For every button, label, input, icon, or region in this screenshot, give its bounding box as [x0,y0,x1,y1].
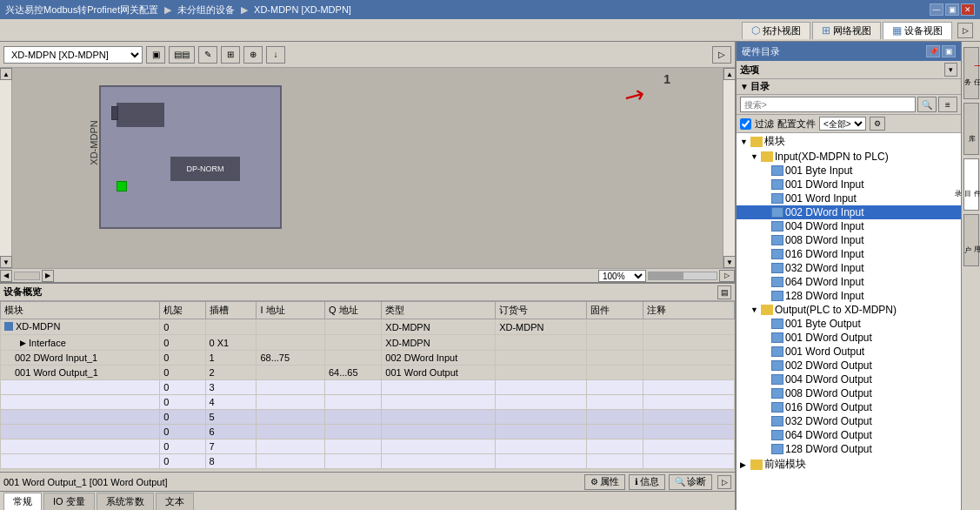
rvscroll-down[interactable]: ▼ [723,256,735,268]
side-tab-2[interactable]: 库 [963,103,979,155]
tree-modules-root[interactable]: ▼ 模块 [737,133,961,150]
side-tab-hardware[interactable]: 硬件目录 [963,158,979,211]
table-row[interactable]: 002 DWord Input_10168...75002 DWord Inpu… [1,351,735,366]
tree-output-item[interactable]: ▶001 DWord Output [737,331,961,345]
close-button[interactable]: ✕ [961,3,975,16]
tree-input-item[interactable]: ▶032 DWord Input [737,261,961,275]
catalog-pin-button[interactable]: 📌 [926,45,940,57]
search-advanced-button[interactable]: ≡ [938,97,957,112]
hscroll-right[interactable]: ▶ [42,270,54,282]
vscroll-down[interactable]: ▼ [0,256,12,268]
filter-apply-button[interactable]: ⚙ [870,117,885,131]
side-tab-4[interactable]: 用户 [963,214,979,266]
table-row[interactable]: 06 [1,425,735,440]
diagnostics-button[interactable]: 🔍 诊断 [669,474,712,490]
tree-input-item[interactable]: ▶001 Byte Input [737,164,961,178]
status-expand-button[interactable]: ▷ [717,475,731,489]
tree-output-item[interactable]: ▶128 DWord Output [737,442,961,456]
table-cell [643,380,735,395]
table-cell: 001 Word Output [382,366,496,380]
catalog-expand-button[interactable]: ▣ [942,45,956,57]
toolbar-btn-download[interactable]: ↓ [266,46,285,64]
tree-output-item[interactable]: ▶001 Byte Output [737,317,961,331]
tree-input-item[interactable]: ▶064 DWord Input [737,275,961,289]
table-row[interactable]: 04 [1,395,735,410]
tab-network[interactable]: ⊞ 网络视图 [812,22,881,39]
tab-system-constants[interactable]: 系统常数 [97,493,154,510]
table-cell [586,380,643,395]
zoom-slider[interactable] [648,272,717,280]
vscroll-up[interactable]: ▲ [0,68,12,80]
minimize-button[interactable]: — [930,3,943,16]
options-expand-button[interactable]: ▾ [944,63,957,77]
info-button[interactable]: ℹ 信息 [629,474,665,490]
tree-output-item[interactable]: ▶004 DWord Output [737,372,961,386]
config-file-select[interactable]: <全部> [819,117,866,131]
input-item-label: 001 Byte Input [785,164,852,177]
tab-io-variable[interactable]: IO 变量 [43,493,95,510]
table-row[interactable]: 001 Word Output_10264...65001 Word Outpu… [1,366,735,380]
device-selector[interactable]: XD-MDPN [XD-MDPN] [3,46,143,64]
table-row[interactable]: 05 [1,410,735,425]
front-expand-icon[interactable]: ▶ [740,460,750,469]
modules-folder-icon [750,137,763,147]
table-row[interactable]: XD-MDPN0XD-MDPNXD-MDPN [1,319,735,335]
tree-input-item[interactable]: ▶001 DWord Input [737,178,961,191]
h-scroll-bar: ◀ ▶ 100% ▷ [0,268,735,282]
input-expand-icon[interactable]: ▼ [750,152,761,161]
tree-output-item[interactable]: ▶002 DWord Output [737,359,961,372]
tree-input-item[interactable]: ▶004 DWord Input [737,219,961,233]
filter-checkbox[interactable] [740,118,751,130]
output-expand-icon[interactable]: ▼ [750,305,761,314]
toolbar-btn-zoom[interactable]: ⊕ [243,46,263,64]
rvscroll-up[interactable]: ▲ [723,68,735,80]
tree-output-item[interactable]: ▶016 DWord Output [737,400,961,414]
catalog-search-input[interactable] [740,97,916,112]
toolbar-btn-right[interactable]: ▷ [712,46,731,64]
table-row[interactable]: ▶ Interface00 X1XD-MDPN [1,335,735,351]
toolbar-btn-grid[interactable]: ⊞ [221,46,240,64]
toolbar-btn-2[interactable]: ▤▤ [169,46,195,64]
zoom-select[interactable]: 100% [598,270,646,282]
overview-icon-1[interactable]: ▤ [717,285,731,299]
left-vscroll[interactable]: ▲ ▼ [0,68,12,268]
tree-input-item[interactable]: ▶128 DWord Input [737,289,961,303]
modules-label: 模块 [764,134,785,149]
tree-input-item[interactable]: ▶001 Word Input [737,191,961,205]
table-cell: 0 [160,395,205,410]
toolbar-btn-edit[interactable]: ✎ [198,46,217,64]
catalog-header-bar: 硬件目录 📌 ▣ [737,42,961,61]
tree-output-item[interactable]: ▶064 DWord Output [737,428,961,442]
tab-general[interactable]: 常规 [3,493,42,510]
properties-button[interactable]: ⚙ 属性 [584,474,625,490]
right-vscroll[interactable]: ▲ ▼ [723,68,735,268]
toolbar-btn-1[interactable]: ▣ [146,46,165,64]
tree-input-section[interactable]: ▼ Input(XD-MDPN to PLC) [737,150,961,164]
modules-expand-icon[interactable]: ▼ [740,138,750,146]
tree-output-item[interactable]: ▶001 Word Output← [737,345,961,359]
module-icon [771,374,783,385]
table-cell [586,425,643,440]
panel-expand-button[interactable]: ▷ [957,23,973,38]
tree-input-item[interactable]: ▶008 DWord Input [737,233,961,247]
tab-text[interactable]: 文本 [156,493,194,510]
search-button[interactable]: 🔍 [917,97,937,112]
collapse-icon[interactable]: ▼ [740,82,749,91]
tree-front-module[interactable]: ▶ 前端模块 [737,456,961,473]
panel-toggle-button[interactable]: ▷ [719,270,735,282]
table-row[interactable]: 08 [1,454,735,469]
maximize-button[interactable]: ▣ [945,3,959,16]
tree-output-item[interactable]: ▶008 DWord Output [737,386,961,400]
module-icon [771,165,783,176]
side-tab-1[interactable]: 任务 [963,47,979,99]
tree-output-item[interactable]: ▶032 DWord Output [737,414,961,428]
tree-input-item[interactable]: ▶016 DWord Input [737,247,961,261]
tab-device[interactable]: ▦ 设备视图 [883,22,952,39]
hscroll-left[interactable]: ◀ [0,270,12,282]
table-cell [643,335,735,351]
tree-output-section[interactable]: ▼ Output(PLC to XD-MDPN) [737,303,961,317]
table-row[interactable]: 07 [1,440,735,454]
table-row[interactable]: 03 [1,380,735,395]
tree-input-item[interactable]: ▶002 DWord Input← [737,205,961,219]
tab-topology[interactable]: ⬡ 拓扑视图 [742,22,810,39]
